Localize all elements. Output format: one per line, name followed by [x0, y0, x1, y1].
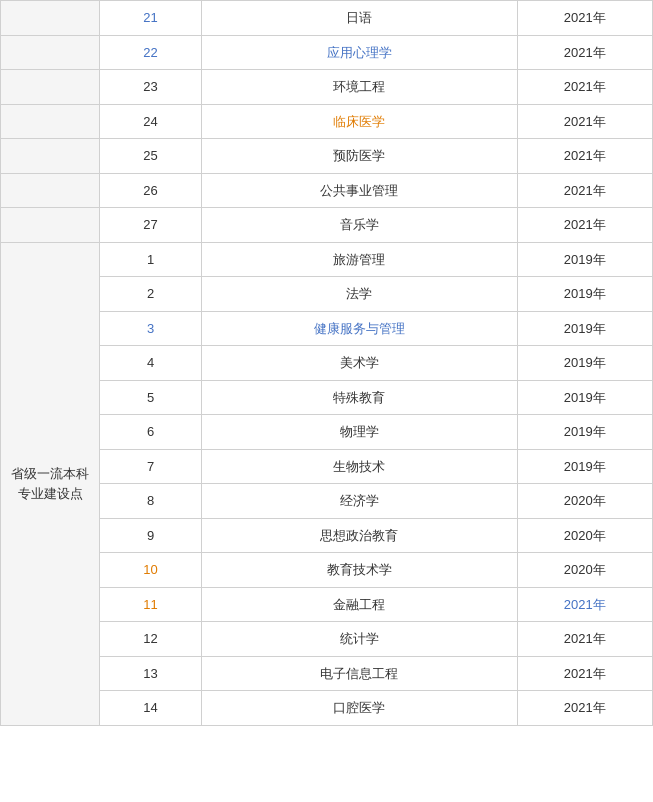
table-row: 省级一流本科专业建设点1旅游管理2019年	[1, 242, 653, 277]
major-name: 特殊教育	[201, 380, 517, 415]
year-cell: 2021年	[517, 70, 652, 105]
year-cell: 2020年	[517, 518, 652, 553]
major-name: 统计学	[201, 622, 517, 657]
major-name: 健康服务与管理	[201, 311, 517, 346]
table-row: 27音乐学2021年	[1, 208, 653, 243]
major-name: 预防医学	[201, 139, 517, 174]
row-number: 2	[100, 277, 202, 312]
year-cell: 2021年	[517, 622, 652, 657]
year-cell: 2021年	[517, 208, 652, 243]
major-name: 音乐学	[201, 208, 517, 243]
year-cell: 2021年	[517, 691, 652, 726]
major-name: 旅游管理	[201, 242, 517, 277]
major-name: 生物技术	[201, 449, 517, 484]
category-label: 省级一流本科专业建设点	[1, 242, 100, 725]
year-cell: 2021年	[517, 587, 652, 622]
data-table: 21日语2021年22应用心理学2021年23环境工程2021年24临床医学20…	[0, 0, 653, 726]
year-cell: 2019年	[517, 242, 652, 277]
row-number: 4	[100, 346, 202, 381]
row-number: 7	[100, 449, 202, 484]
major-name: 法学	[201, 277, 517, 312]
row-number: 23	[100, 70, 202, 105]
major-name: 金融工程	[201, 587, 517, 622]
year-cell: 2021年	[517, 104, 652, 139]
row-number: 1	[100, 242, 202, 277]
category-cell	[1, 173, 100, 208]
row-number: 6	[100, 415, 202, 450]
table-row: 22应用心理学2021年	[1, 35, 653, 70]
major-name: 经济学	[201, 484, 517, 519]
year-cell: 2021年	[517, 173, 652, 208]
main-container: 21日语2021年22应用心理学2021年23环境工程2021年24临床医学20…	[0, 0, 653, 726]
year-cell: 2019年	[517, 346, 652, 381]
year-cell: 2019年	[517, 380, 652, 415]
row-number: 3	[100, 311, 202, 346]
category-cell	[1, 104, 100, 139]
year-cell: 2020年	[517, 484, 652, 519]
row-number: 9	[100, 518, 202, 553]
category-cell	[1, 139, 100, 174]
major-name: 日语	[201, 1, 517, 36]
row-number: 24	[100, 104, 202, 139]
major-name: 物理学	[201, 415, 517, 450]
major-name: 环境工程	[201, 70, 517, 105]
year-cell: 2020年	[517, 553, 652, 588]
table-row: 25预防医学2021年	[1, 139, 653, 174]
table-row: 26公共事业管理2021年	[1, 173, 653, 208]
category-cell	[1, 208, 100, 243]
year-cell: 2019年	[517, 311, 652, 346]
category-cell	[1, 1, 100, 36]
category-cell	[1, 70, 100, 105]
major-name: 公共事业管理	[201, 173, 517, 208]
row-number: 26	[100, 173, 202, 208]
year-cell: 2019年	[517, 277, 652, 312]
major-name: 临床医学	[201, 104, 517, 139]
row-number: 22	[100, 35, 202, 70]
year-cell: 2021年	[517, 1, 652, 36]
major-name: 电子信息工程	[201, 656, 517, 691]
major-name: 口腔医学	[201, 691, 517, 726]
year-cell: 2021年	[517, 656, 652, 691]
row-number: 27	[100, 208, 202, 243]
row-number: 11	[100, 587, 202, 622]
year-cell: 2021年	[517, 139, 652, 174]
major-name: 美术学	[201, 346, 517, 381]
table-row: 23环境工程2021年	[1, 70, 653, 105]
table-row: 24临床医学2021年	[1, 104, 653, 139]
major-name: 教育技术学	[201, 553, 517, 588]
row-number: 8	[100, 484, 202, 519]
row-number: 10	[100, 553, 202, 588]
major-name: 思想政治教育	[201, 518, 517, 553]
year-cell: 2021年	[517, 35, 652, 70]
row-number: 12	[100, 622, 202, 657]
row-number: 25	[100, 139, 202, 174]
row-number: 21	[100, 1, 202, 36]
row-number: 5	[100, 380, 202, 415]
category-cell	[1, 35, 100, 70]
year-cell: 2019年	[517, 449, 652, 484]
year-cell: 2019年	[517, 415, 652, 450]
major-name: 应用心理学	[201, 35, 517, 70]
row-number: 13	[100, 656, 202, 691]
table-row: 21日语2021年	[1, 1, 653, 36]
row-number: 14	[100, 691, 202, 726]
